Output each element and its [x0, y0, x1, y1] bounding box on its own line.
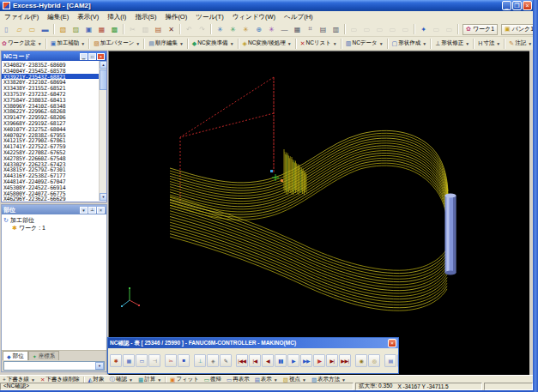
settings-button[interactable]: ✱ — [110, 354, 122, 367]
menu-item-3[interactable]: 挿入(I) — [103, 13, 130, 21]
step-back-button[interactable]: ◀ — [262, 354, 274, 367]
point-marker-button[interactable]: ◈ — [207, 354, 219, 367]
paste-icon[interactable]: ▤ — [152, 23, 165, 35]
zoom-window-icon[interactable]: ✳ — [239, 23, 252, 35]
close-button[interactable]: × — [523, 1, 532, 10]
nc-code-line[interactable]: X39668Y-22919Z-68127 — [2, 120, 106, 126]
export-icon[interactable]: ▨ — [70, 23, 82, 35]
nc-dialog-titlebar[interactable]: NC確認 - 表 [ 25346 / 25990 ] - FANUC6M-CON… — [108, 338, 398, 348]
open-icon[interactable]: ▱ — [13, 23, 26, 35]
signal-1-button[interactable]: ◉ — [355, 354, 367, 367]
nc-code-line[interactable]: X46296Y-22362Z-66629 — [2, 196, 106, 201]
fast-forward-button[interactable]: ▶▶ — [300, 354, 312, 367]
new-icon[interactable]: ▯ — [0, 23, 13, 35]
zoom-in-icon[interactable]: ✳ — [214, 23, 227, 35]
nc-convert-post-dropdown[interactable]: ◈NC変換/後処理▼ — [241, 38, 293, 50]
nc-code-line[interactable]: X33753Y-23723Z-68472 — [2, 91, 106, 97]
view-axes-icon[interactable]: ⌗ — [304, 23, 317, 35]
cut-path-button[interactable]: ✂ — [165, 354, 177, 367]
panel-menu-button[interactable]: ▾ — [80, 207, 88, 214]
nc-code-line[interactable]: X33438Y-23155Z-68521 — [2, 85, 106, 91]
tab-parts[interactable]: ◆ 部位 — [3, 351, 28, 360]
machining-assist-dropdown[interactable]: ▣加工補助▼ — [49, 38, 88, 50]
shape-modify-dropdown[interactable]: ⊥形状修正▼ — [433, 38, 471, 50]
nc-code-line[interactable]: X38622Y-22996Z-68268 — [2, 108, 106, 114]
tab-coordinate-system[interactable]: ✦ 座標系 — [28, 351, 60, 360]
nc-code-line[interactable]: X34082Y-23835Z-68609 — [2, 62, 106, 68]
panel-close-button[interactable]: × — [97, 53, 105, 60]
panel-close-button[interactable]: × — [97, 207, 105, 214]
edit-pen-button[interactable]: ✎ — [220, 354, 232, 367]
signal-2-button[interactable]: ◎ — [368, 354, 380, 367]
chevron-down-icon[interactable]: ▼ — [95, 362, 104, 370]
doc-info-button[interactable]: ▥ — [397, 354, 398, 367]
scroll-up-icon[interactable]: ▲ — [100, 61, 106, 69]
nc-code-line[interactable]: X45308Y-22452Z-66914 — [2, 184, 106, 190]
scroll-thumb[interactable] — [100, 69, 106, 90]
nc-code-line[interactable]: X34004Y-23545Z-68578 — [2, 68, 106, 74]
bank-1-button[interactable]: ▣バンク1 — [501, 24, 533, 35]
viewport-3d[interactable] — [108, 51, 529, 375]
nc-code-line[interactable]: X43815Y-22579Z-67301 — [2, 166, 106, 172]
tree-child-row[interactable]: ✱ ワーク : 1 — [3, 224, 105, 232]
order-edit-dropdown[interactable]: ▤順序編集▼ — [147, 38, 185, 50]
pause-button[interactable]: ▮▮ — [275, 354, 287, 367]
prev-block-button[interactable]: |◀ — [249, 354, 261, 367]
minimize-button[interactable]: _ — [502, 1, 511, 10]
nc-code-line[interactable]: X33921Y-23543Z-68821 — [2, 74, 106, 80]
dimension-dropdown[interactable]: Η寸法▼ — [476, 38, 502, 50]
monitor-button[interactable]: ▭ — [136, 354, 148, 367]
scroll-down-icon[interactable]: ▼ — [100, 193, 106, 201]
nc-code-line[interactable]: X43302Y-22623Z-67423 — [2, 161, 106, 167]
nc-code-line[interactable]: X40107Y-23275Z-68044 — [2, 126, 106, 132]
nc-convert-prep-dropdown[interactable]: ◆NC変換準備▼ — [190, 38, 236, 50]
skip-to-end-button[interactable]: ▶▶| — [339, 354, 351, 367]
import-icon[interactable]: ▧ — [57, 23, 70, 35]
nc-code-line[interactable]: X41215Y-22790Z-67861 — [2, 137, 106, 143]
nc-code-line[interactable]: X41741Y-22752Z-67759 — [2, 143, 106, 149]
next-block-button[interactable]: ▶| — [326, 354, 338, 367]
menu-item-7[interactable]: ウィンドウ(W) — [228, 13, 280, 21]
parts-combobox[interactable]: ▼ — [3, 361, 105, 371]
zoom-fit-icon[interactable]: ⊕ — [252, 23, 265, 35]
work-1-button[interactable]: ✿ワーク1 — [462, 24, 498, 35]
connect-button[interactable]: ⊣ — [148, 354, 160, 367]
print-icon[interactable]: ▦ — [95, 23, 108, 35]
capture-icon[interactable]: ▩ — [108, 23, 121, 35]
pan-icon[interactable]: — — [278, 23, 291, 35]
view-list-icon[interactable]: ▤ — [317, 23, 329, 35]
save-all-icon[interactable]: ▣ — [82, 23, 95, 35]
play-to-flag-button[interactable]: |▶ — [313, 354, 325, 367]
machining-pattern-dropdown[interactable]: ▨加工パターン▼ — [92, 38, 142, 50]
menu-item-2[interactable]: 表示(V) — [73, 13, 103, 21]
nc-code-line[interactable]: X40702Y-22838Z-67955 — [2, 132, 106, 138]
view-split-icon[interactable]: ▥ — [329, 23, 342, 35]
nc-list-dropdown[interactable]: ✕NCリスト▼ — [299, 38, 339, 50]
menu-item-4[interactable]: 指示(S) — [130, 13, 160, 21]
tool-axis-button[interactable]: ⊥ — [194, 354, 206, 367]
nc-code-line[interactable]: X38096Y-23410Z-68348 — [2, 103, 106, 109]
nc-code-line[interactable]: X42258Y-22708Z-67652 — [2, 149, 106, 155]
delete-icon[interactable]: ✕ — [165, 23, 178, 35]
nc-code-line[interactable]: X45800Y-22407Z-66775 — [2, 190, 106, 196]
nc-code-line[interactable]: X44316Y-22538Z-67177 — [2, 172, 106, 178]
nc-code-line[interactable]: X44814Y-22409Z-67047 — [2, 178, 106, 184]
view-grid-icon[interactable]: ▦ — [291, 23, 304, 35]
panel-minimize-button[interactable]: ▁ — [80, 53, 88, 60]
menu-item-6[interactable]: ツール(T) — [191, 13, 227, 21]
panel-pin-button[interactable]: ┴ — [88, 207, 96, 214]
shape-create-dropdown[interactable]: ▢形状作成▼ — [390, 38, 429, 50]
open-file-icon[interactable]: ▭ — [26, 23, 39, 35]
block-list-button[interactable]: ▦ — [123, 354, 135, 367]
menu-item-0[interactable]: ファイル(F) — [0, 13, 43, 21]
annotation-dropdown[interactable]: ✎注記▼ — [507, 38, 533, 50]
nc-code-line[interactable]: X39147Y-22959Z-68206 — [2, 114, 106, 120]
menu-item-8[interactable]: ヘルプ(H) — [280, 13, 317, 21]
copy-doc-button[interactable]: ▤ — [384, 354, 396, 367]
menu-item-1[interactable]: 編集(E) — [43, 13, 73, 21]
save-icon[interactable]: ▬ — [39, 23, 51, 35]
nc-code-line[interactable]: X42785Y-22660Z-67548 — [2, 155, 106, 161]
nc-list-scrollbar[interactable]: ▲ ▼ — [99, 61, 106, 201]
menu-item-5[interactable]: 操作(O) — [160, 13, 191, 21]
dialog-close-icon[interactable]: × — [388, 339, 396, 347]
